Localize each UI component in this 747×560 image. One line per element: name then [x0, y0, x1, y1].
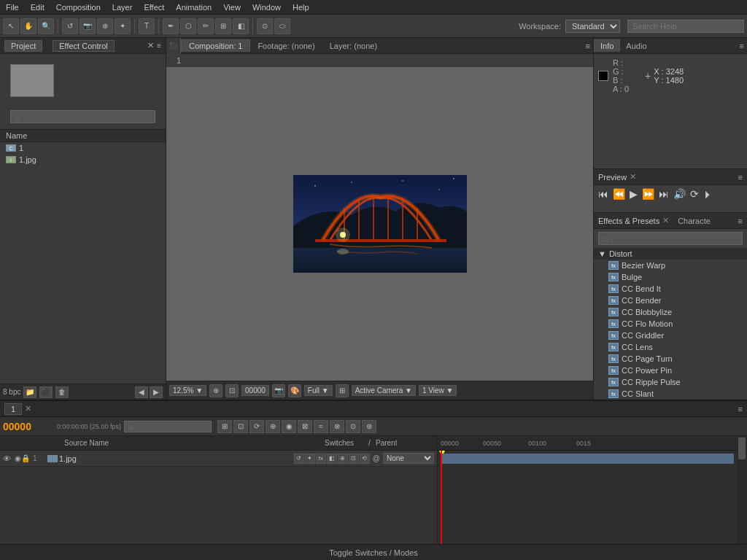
brush-tool[interactable]: ✏ [198, 18, 214, 34]
delete-btn[interactable]: 🗑 [55, 386, 69, 398]
tl-btn-4[interactable]: ⊕ [266, 420, 280, 433]
list-item[interactable]: fx CC Bend It [594, 283, 747, 295]
tab-audio[interactable]: Audio [620, 40, 652, 52]
quality-dropdown[interactable]: Full ▼ [304, 385, 333, 396]
view-dropdown[interactable]: 1 View ▼ [419, 385, 457, 396]
menu-window[interactable]: Window [247, 1, 287, 13]
timecode-display[interactable]: 00000 [241, 385, 269, 396]
menu-file[interactable]: File [0, 1, 25, 13]
layer-switch-3[interactable]: fx [316, 454, 326, 464]
panel-close-btn[interactable]: ✕ [147, 41, 154, 50]
tab-layer[interactable]: Layer: (none) [322, 40, 384, 52]
stamp-tool[interactable]: ⊞ [215, 18, 231, 34]
project-search-input[interactable] [10, 110, 155, 123]
timeline-scrollbar-thumb[interactable] [738, 438, 746, 459]
list-item[interactable]: C 1 [0, 142, 166, 154]
pen-tool[interactable]: ✒ [163, 18, 179, 34]
prev-play-btn[interactable]: ▶ [630, 188, 638, 200]
layer-parent-select[interactable]: None [383, 453, 434, 464]
tl-btn-3[interactable]: ⟳ [249, 420, 264, 433]
toggle-switches-btn[interactable]: Toggle Switches / Modes [329, 548, 418, 557]
list-item[interactable]: fx Bezier Warp [594, 260, 747, 271]
tab-project[interactable]: Project [4, 40, 42, 52]
new-comp-btn[interactable]: ⬛ [39, 386, 53, 398]
preview-close[interactable]: ✕ [630, 172, 636, 182]
comp-tool-2[interactable]: ⊡ [225, 384, 239, 397]
info-menu-btn[interactable]: ≡ [740, 42, 744, 50]
timeline-tab[interactable]: 1 [4, 403, 22, 415]
prev-ram-btn[interactable]: ⏵ [703, 188, 713, 200]
list-item[interactable]: fx CC Slant [594, 388, 747, 400]
layer-solo-btn[interactable]: ◉ [15, 454, 21, 462]
tl-btn-9[interactable]: ⊙ [346, 420, 360, 433]
menu-effect[interactable]: Effect [138, 1, 170, 13]
tl-btn-10[interactable]: ⊛ [362, 420, 376, 433]
timeline-search-input[interactable] [124, 421, 212, 432]
comp-color-btn[interactable]: 🎨 [288, 384, 301, 397]
new-folder-btn[interactable]: 📁 [23, 386, 36, 398]
zoom-btn[interactable]: 12.5% ▼ [169, 385, 206, 396]
tl-btn-1[interactable]: ⊞ [217, 420, 232, 433]
layer-switch-4[interactable]: ◧ [327, 454, 337, 464]
workspace-select[interactable]: Standard [565, 20, 620, 33]
list-item[interactable]: fx CC Ripple Pulse [594, 376, 747, 388]
text-tool[interactable]: T [139, 18, 155, 34]
roto-tool[interactable]: ⊙ [257, 18, 273, 34]
list-item[interactable]: I 1.jpg [0, 154, 166, 166]
tab-footage[interactable]: Footage: (none) [250, 40, 322, 52]
nav-prev-btn[interactable]: ◀ [135, 386, 148, 398]
layer-switch-1[interactable]: ↺ [294, 454, 304, 464]
zoom-tool[interactable]: 🔍 [38, 18, 54, 34]
tl-btn-5[interactable]: ◉ [282, 420, 296, 433]
panel-menu-btn[interactable]: ≡ [157, 42, 161, 50]
nav-next-btn[interactable]: ▶ [150, 386, 163, 398]
timeline-menu-btn[interactable]: ≡ [738, 405, 743, 413]
prev-loop-btn[interactable]: ⟳ [690, 188, 699, 200]
tab-info[interactable]: Info [594, 39, 620, 52]
list-item[interactable]: fx Bulge [594, 271, 747, 283]
menu-animation[interactable]: Animation [170, 1, 217, 13]
shape-tool[interactable]: ⬭ [274, 18, 290, 34]
list-item[interactable]: fx CC Lens [594, 341, 747, 353]
camera-tool[interactable]: 📷 [80, 18, 96, 34]
timeline-playhead-line[interactable] [441, 451, 442, 544]
menu-composition[interactable]: Composition [50, 1, 107, 13]
camera-dropdown[interactable]: Active Camera ▼ [352, 385, 416, 396]
tl-btn-2[interactable]: ⊡ [233, 420, 248, 433]
list-item[interactable]: fx CC Flo Motion [594, 318, 747, 330]
select-tool[interactable]: ↖ [3, 18, 19, 34]
layer-switch-6[interactable]: ⊡ [349, 454, 359, 464]
list-item[interactable]: fx CC Griddler [594, 330, 747, 341]
comp-menu-btn[interactable]: ≡ [586, 42, 590, 50]
menu-edit[interactable]: Edit [25, 1, 50, 13]
preview-menu-btn[interactable]: ≡ [738, 173, 743, 182]
layer-visibility-btn[interactable]: 👁 [3, 454, 15, 463]
prev-first-btn[interactable]: ⏮ [598, 188, 608, 200]
timeline-scrollbar[interactable] [737, 436, 747, 544]
layer-lock-btn[interactable]: 🔒 [21, 454, 30, 462]
menu-help[interactable]: Help [287, 1, 315, 13]
prev-audio-btn[interactable]: 🔊 [673, 188, 686, 200]
layer-switch-7[interactable]: ⟲ [360, 454, 370, 464]
pan-tool[interactable]: ⊕ [97, 18, 113, 34]
tl-btn-7[interactable]: ≈ [314, 420, 328, 433]
timeline-close[interactable]: ✕ [25, 404, 31, 413]
puppet-tool[interactable]: ✦ [115, 18, 131, 34]
camera-icon[interactable]: 📷 [272, 384, 285, 397]
list-item[interactable]: fx CC Bender [594, 295, 747, 306]
grid-btn[interactable]: ⊞ [336, 384, 349, 397]
list-item[interactable]: fx CC Page Turn [594, 353, 747, 365]
menu-view[interactable]: View [217, 1, 247, 13]
tl-btn-8[interactable]: ⊗ [330, 420, 344, 433]
prev-back-btn[interactable]: ⏪ [613, 188, 625, 200]
rotate-tool[interactable]: ↺ [62, 18, 78, 34]
tl-btn-6[interactable]: ⊠ [298, 420, 312, 433]
timeline-layer-bar[interactable] [441, 454, 734, 464]
effects-category-distort[interactable]: ▼ Distort [594, 248, 747, 260]
menu-layer[interactable]: Layer [107, 1, 139, 13]
mask-tool[interactable]: ⬡ [180, 18, 196, 34]
search-input[interactable] [627, 20, 744, 33]
layer-switch-5[interactable]: ⊕ [338, 454, 348, 464]
list-item[interactable]: fx CC Power Pin [594, 365, 747, 376]
tab-character[interactable]: Characte [672, 215, 716, 227]
